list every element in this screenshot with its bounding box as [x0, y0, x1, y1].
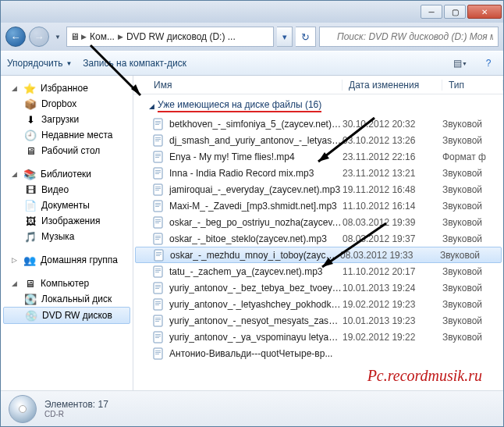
- file-row[interactable]: betkhoven_-_simfoniya_5_(zaycev.net).m..…: [133, 116, 503, 132]
- sidebar-libraries-item-2[interactable]: 🖼Изображения: [1, 213, 133, 229]
- titlebar[interactable]: ─ ▢ ✕: [1, 1, 503, 23]
- svg-rect-51: [155, 321, 159, 322]
- minimize-button[interactable]: ─: [421, 5, 442, 19]
- file-type: Звуковой: [442, 119, 503, 130]
- file-date: 08.03.2012 19:39: [343, 217, 442, 228]
- file-name: oskar_-_mezhdu_mnoy_i_toboy(zaycev.n...: [170, 250, 340, 261]
- sidebar-libraries-item-1[interactable]: 📄Документы: [1, 197, 133, 213]
- file-type: Звуковой: [442, 217, 503, 228]
- item-icon: 📦: [24, 98, 37, 110]
- sidebar-favorites-item-3[interactable]: 🖥Рабочий стол: [1, 143, 133, 158]
- sidebar-favorites[interactable]: ◢ ⭐ Избранное: [1, 80, 133, 96]
- file-row[interactable]: yuriy_antonov_-_bez_tebya_bez_tvoey_ly..…: [133, 279, 503, 296]
- file-type: Звуковой: [442, 184, 503, 195]
- file-list[interactable]: ◢ Уже имеющиеся на диске файлы (16) betk…: [133, 94, 503, 390]
- sidebar-favorites-item-0[interactable]: 📦Dropbox: [1, 96, 133, 112]
- history-dropdown[interactable]: ▼: [52, 29, 63, 44]
- svg-rect-37: [155, 269, 161, 269]
- file-icon: [152, 183, 165, 196]
- file-row[interactable]: tatu_-_zachem_ya_(zaycev.net).mp311.10.2…: [133, 263, 503, 279]
- maximize-button[interactable]: ▢: [444, 5, 466, 19]
- sidebar-libraries-item-0[interactable]: 🎞Видео: [1, 182, 133, 197]
- file-icon: [152, 347, 165, 360]
- svg-rect-18: [155, 188, 161, 189]
- svg-rect-23: [155, 206, 159, 207]
- file-row[interactable]: dj_smash_and_yuriy_antonov_-_letyashc...…: [133, 132, 503, 148]
- svg-rect-10: [155, 155, 161, 156]
- file-date: 19.02.2012 19:23: [343, 299, 442, 310]
- burn-disc-button[interactable]: Запись на компакт-диск: [83, 58, 186, 69]
- forward-button[interactable]: →: [29, 27, 49, 47]
- file-name: betkhoven_-_simfoniya_5_(zaycev.net).m..…: [169, 119, 343, 130]
- file-name: Inna - India Radio Record mix.mp3: [169, 168, 343, 179]
- sidebar-computer-item-1[interactable]: 💿DVD RW дисков: [3, 307, 130, 324]
- file-icon: [152, 331, 165, 343]
- refresh-button[interactable]: ↻: [296, 27, 316, 47]
- svg-rect-58: [155, 352, 161, 353]
- file-name: yuriy_antonov_-_ya_vspominayu letyash...: [169, 332, 343, 343]
- sidebar-computer-item-0[interactable]: 💽Локальный диск: [1, 291, 133, 307]
- file-type: Звуковой: [440, 250, 501, 261]
- file-type: Звуковой: [442, 266, 503, 277]
- chevron-right-icon: ▶: [116, 33, 125, 41]
- group-header[interactable]: ◢ Уже имеющиеся на диске файлы (16): [133, 94, 503, 116]
- file-row[interactable]: oskar_-_beg_po_ostriyu_nozha(zaycev.n...…: [133, 214, 503, 230]
- organize-button[interactable]: Упорядочить▼: [7, 58, 72, 69]
- file-row[interactable]: yuriy_antonov_-_ya_vspominayu letyash...…: [133, 329, 503, 345]
- svg-rect-46: [155, 303, 161, 304]
- svg-rect-53: [155, 334, 161, 335]
- sidebar-libraries[interactable]: ◢ 📚 Библиотеки: [1, 166, 133, 182]
- chevron-right-icon: ▶: [80, 33, 88, 41]
- file-date: 03.10.2012 13:26: [343, 135, 442, 146]
- crumb-drive[interactable]: DVD RW дисковод (D:) ...: [125, 31, 237, 42]
- file-type: Звуковой: [442, 283, 503, 294]
- sidebar-favorites-item-1[interactable]: ⬇Загрузки: [1, 112, 133, 127]
- file-date: 19.11.2012 16:48: [343, 184, 442, 195]
- file-icon: [152, 134, 165, 147]
- libraries-icon: 📚: [23, 168, 36, 180]
- file-icon: [152, 216, 165, 229]
- column-headers: Имя Дата изменения Тип: [133, 76, 503, 94]
- sidebar-item-label: Музыка: [41, 231, 74, 242]
- column-date[interactable]: Дата изменения: [343, 80, 442, 91]
- file-name: Maxi-M_-_Zavedi_[mp3.shmidt.net].mp3: [169, 201, 343, 212]
- svg-rect-59: [155, 354, 159, 354]
- svg-rect-34: [156, 254, 161, 254]
- sidebar-computer[interactable]: ◢ 🖥 Компьютер: [1, 276, 133, 291]
- file-name: Антонио-Вивальди---quotЧетыре-вр...: [169, 348, 343, 359]
- file-row[interactable]: Антонио-Вивальди---quotЧетыре-вр...: [133, 345, 503, 361]
- file-row[interactable]: oskar_-_mezhdu_mnoy_i_toboy(zaycev.n...0…: [135, 247, 502, 263]
- back-button[interactable]: ←: [5, 27, 26, 47]
- svg-rect-30: [155, 237, 161, 238]
- file-row[interactable]: Enya - My my! Time flies!.mp423.11.2012 …: [133, 148, 503, 165]
- item-icon: 🎵: [24, 230, 37, 243]
- crumb-computer[interactable]: Ком...: [88, 31, 116, 42]
- file-icon: [153, 249, 165, 262]
- file-row[interactable]: Maxi-M_-_Zavedi_[mp3.shmidt.net].mp311.1…: [133, 197, 503, 214]
- file-icon: [152, 282, 165, 294]
- file-icon: [152, 151, 165, 163]
- sidebar-homegroup[interactable]: ▷ 👥 Домашняя группа: [1, 252, 133, 268]
- status-bar: Элементов: 17 CD-R: [1, 390, 503, 426]
- column-name[interactable]: Имя: [147, 80, 343, 91]
- sidebar-favorites-item-2[interactable]: 🕘Недавние места: [1, 127, 133, 143]
- column-type[interactable]: Тип: [442, 80, 503, 91]
- file-row[interactable]: yuriy_antonov_-_nesyot_mesyats_zashel_..…: [133, 312, 503, 329]
- search-input[interactable]: [319, 27, 499, 47]
- file-row[interactable]: oskar_-_bitoe_steklo(zaycev.net).mp308.0…: [133, 230, 503, 247]
- file-row[interactable]: jamiroquai_-_everyday_(zaycev.net).mp319…: [133, 181, 503, 197]
- help-button[interactable]: ?: [480, 55, 497, 72]
- close-button[interactable]: ✕: [467, 5, 502, 19]
- file-row[interactable]: yuriy_antonov_-_letyashchey_pokhodkoy...…: [133, 296, 503, 312]
- explorer-window: ─ ▢ ✕ ← → ▼ 🖥 ▶ Ком... ▶ DVD RW дисковод…: [0, 0, 504, 427]
- svg-rect-41: [155, 285, 161, 286]
- item-icon: 🖥: [24, 144, 37, 157]
- sidebar-libraries-item-3[interactable]: 🎵Музыка: [1, 229, 133, 244]
- breadcrumb[interactable]: 🖥 ▶ Ком... ▶ DVD RW дисковод (D:) ...: [66, 27, 274, 47]
- svg-rect-45: [155, 301, 161, 302]
- svg-rect-9: [155, 154, 161, 155]
- file-row[interactable]: Inna - India Radio Record mix.mp323.11.2…: [133, 165, 503, 181]
- view-options-button[interactable]: ▤ ▼: [452, 55, 469, 72]
- svg-rect-17: [155, 187, 161, 187]
- breadcrumb-dropdown[interactable]: ▾: [277, 27, 293, 47]
